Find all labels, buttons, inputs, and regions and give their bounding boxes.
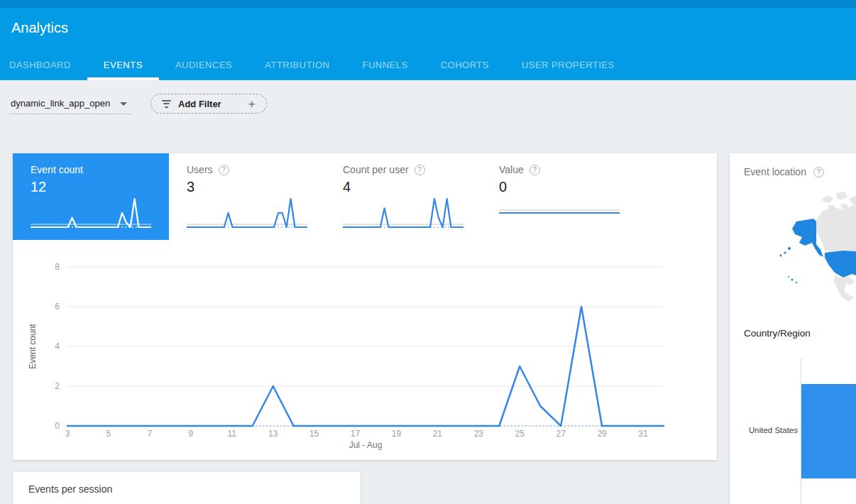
event-count-sparkline bbox=[31, 192, 151, 236]
metric-card-value[interactable]: Value? 0 bbox=[481, 153, 637, 240]
svg-text:4: 4 bbox=[55, 341, 60, 351]
event-location-card: Event location ? bbox=[730, 153, 856, 504]
metric-card-users[interactable]: Users? 3 bbox=[169, 153, 325, 240]
country-region-header: Country/Region bbox=[744, 328, 811, 339]
help-icon[interactable]: ? bbox=[529, 165, 540, 175]
svg-text:29: 29 bbox=[597, 429, 607, 439]
svg-text:6: 6 bbox=[55, 302, 60, 312]
count-per-user-sparkline bbox=[343, 192, 463, 236]
app-header: Analytics DASHBOARD EVENTS AUDIENCES ATT… bbox=[0, 8, 856, 80]
svg-text:19: 19 bbox=[392, 429, 402, 439]
svg-text:25: 25 bbox=[515, 429, 525, 439]
help-icon[interactable]: ? bbox=[813, 167, 824, 177]
metric-label: Event count bbox=[31, 164, 83, 175]
plus-icon: + bbox=[248, 98, 256, 110]
svg-text:3: 3 bbox=[65, 429, 70, 439]
united-states-bar bbox=[801, 384, 856, 478]
active-tab-underline bbox=[87, 77, 159, 80]
metric-card-event-count[interactable]: Event count 12 bbox=[13, 153, 169, 240]
svg-text:2: 2 bbox=[55, 381, 60, 391]
browser-status-strip bbox=[0, 0, 856, 8]
svg-text:23: 23 bbox=[474, 429, 484, 439]
tab-cohorts[interactable]: COHORTS bbox=[424, 50, 505, 80]
tab-bar: DASHBOARD EVENTS AUDIENCES ATTRIBUTION F… bbox=[0, 50, 631, 80]
svg-text:Event count: Event count bbox=[28, 324, 38, 369]
metric-label: Users bbox=[187, 164, 213, 175]
svg-text:9: 9 bbox=[188, 429, 193, 439]
tab-dashboard[interactable]: DASHBOARD bbox=[0, 50, 87, 80]
svg-text:27: 27 bbox=[556, 429, 566, 439]
svg-text:7: 7 bbox=[148, 429, 153, 439]
svg-text:17: 17 bbox=[351, 429, 361, 439]
svg-text:13: 13 bbox=[268, 429, 278, 439]
world-map bbox=[737, 189, 856, 327]
event-select-value: dynamic_link_app_open bbox=[11, 98, 110, 109]
add-filter-button[interactable]: Add Filter + bbox=[150, 94, 267, 114]
tab-user-properties[interactable]: USER PROPERTIES bbox=[505, 50, 631, 80]
filter-icon bbox=[162, 100, 171, 108]
svg-text:11: 11 bbox=[227, 429, 236, 439]
svg-text:31: 31 bbox=[638, 429, 648, 439]
page-title: Analytics bbox=[11, 20, 68, 36]
event-select-dropdown[interactable]: dynamic_link_app_open bbox=[9, 93, 131, 114]
help-icon[interactable]: ? bbox=[415, 165, 425, 175]
dropdown-caret-icon bbox=[120, 102, 127, 106]
tab-attribution[interactable]: ATTRIBUTION bbox=[248, 50, 346, 80]
svg-text:8: 8 bbox=[55, 262, 60, 272]
metric-label: Value bbox=[499, 164, 524, 175]
add-filter-label: Add Filter bbox=[178, 99, 221, 109]
value-sparkline bbox=[499, 192, 620, 236]
events-per-session-title: Events per session bbox=[28, 483, 112, 495]
event-overview-card: Event count 12 Users? 3 Count per user? … bbox=[13, 153, 717, 460]
help-icon[interactable]: ? bbox=[219, 165, 229, 175]
event-location-title: Event location bbox=[744, 166, 806, 177]
svg-text:Jul - Aug: Jul - Aug bbox=[349, 440, 383, 450]
country-bar-label: United States bbox=[730, 426, 798, 434]
svg-text:21: 21 bbox=[433, 429, 443, 439]
svg-text:0: 0 bbox=[55, 421, 60, 431]
metric-card-count-per-user[interactable]: Count per user? 4 bbox=[325, 153, 481, 240]
tab-events[interactable]: EVENTS bbox=[87, 50, 159, 80]
map-united-states bbox=[825, 251, 856, 278]
event-count-line-chart: 0246835791113151719212325272931Jul - Aug… bbox=[13, 240, 717, 460]
map-canada bbox=[816, 204, 856, 253]
svg-text:15: 15 bbox=[309, 429, 319, 439]
metric-card-row: Event count 12 Users? 3 Count per user? … bbox=[13, 153, 717, 240]
map-mexico bbox=[834, 275, 855, 302]
tab-audiences[interactable]: AUDIENCES bbox=[159, 50, 248, 80]
analytics-dashboard: Analytics DASHBOARD EVENTS AUDIENCES ATT… bbox=[0, 0, 856, 504]
tab-funnels[interactable]: FUNNELS bbox=[346, 50, 424, 80]
users-sparkline bbox=[187, 192, 307, 236]
svg-text:5: 5 bbox=[106, 429, 111, 439]
map-hawaii bbox=[788, 276, 797, 283]
events-per-session-card: Events per session bbox=[13, 472, 361, 504]
metric-label: Count per user bbox=[343, 164, 409, 175]
